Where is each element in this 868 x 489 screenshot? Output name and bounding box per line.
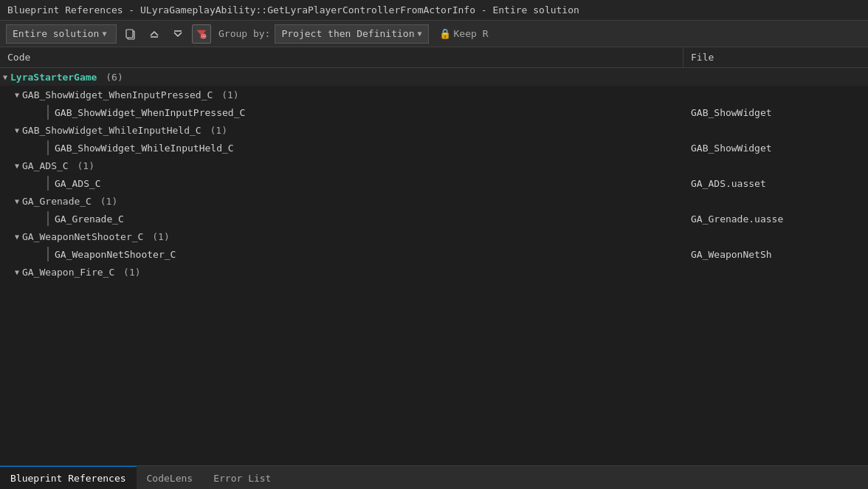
keep-right-area: 🔒 Keep R [439,28,489,39]
subgroup-count: (1) [146,231,169,242]
group-by-dropdown[interactable]: Project then Definition ▼ [275,24,428,44]
table-header: Code File [0,47,868,68]
tab-codelens-label: CodeLens [147,473,193,484]
table-row[interactable]: ▼ GAB_ShowWidget_WhenInputPressed_C (1) [0,86,868,103]
table-row[interactable]: ▼ GAB_ShowWidget_WhileInputHeld_C (1) [0,121,868,139]
subgroup-name: GAB_ShowWidget_WhenInputPressed_C [22,89,213,100]
item-name: GA_Grenade_C [55,213,124,225]
table-row[interactable]: GA_ADS_C GA_ADS.uasset [0,174,868,192]
filter-button[interactable] [192,24,211,44]
subgroup-count: (1) [94,196,117,207]
subgroup-count: (1) [117,267,140,278]
table-row[interactable]: ▼ GA_Weapon_Fire_C (1) [0,263,868,281]
col-file-label: File [691,52,714,63]
scope-dropdown-arrow: ▼ [102,30,106,38]
keep-right-label: Keep R [454,28,489,39]
title-text: Blueprint References - ULyraGameplayAbil… [7,4,579,16]
subgroup-name: GA_ADS_C [22,160,69,171]
tab-error-list-label: Error List [213,473,271,484]
table-row[interactable]: ▼ LyraStarterGame (6) [0,68,868,86]
col-code-label: Code [7,52,30,63]
item-name: GA_ADS_C [55,178,101,189]
row-file: GA_Grenade.uasse [683,213,868,225]
expand-triangle: ▼ [15,126,19,134]
scope-dropdown[interactable]: Entire solution ▼ [6,24,117,44]
filter-icon [196,28,207,40]
row-file: GA_WeaponNetSh [683,249,868,260]
subgroup-name: GA_Weapon_Fire_C [22,267,114,278]
lock-icon: 🔒 [439,28,451,39]
table-row[interactable]: ▼ GA_ADS_C (1) [0,157,868,174]
indent-bar [47,105,49,120]
row-file: GAB_ShowWidget [683,107,868,118]
tab-blueprint-references[interactable]: Blueprint References [0,466,137,489]
indent-bar [47,211,49,226]
copy-button[interactable] [121,24,140,44]
svg-rect-1 [126,30,133,38]
tab-error-list[interactable]: Error List [203,466,281,489]
collapse-button[interactable] [145,24,164,44]
subgroup-count: (1) [216,89,238,100]
col-code-header: Code [0,47,683,67]
expand-icon [172,28,184,40]
group-by-value: Project then Definition [281,28,414,39]
table-row[interactable]: ▼ GA_WeaponNetShooter_C (1) [0,228,868,245]
subgroup-count: (1) [72,160,94,171]
expand-triangle: ▼ [3,73,7,81]
item-name: GAB_ShowWidget_WhileInputHeld_C [55,143,234,154]
tab-blueprint-references-label: Blueprint References [10,473,126,484]
tab-bar: Blueprint References CodeLens Error List [0,465,868,489]
indent-bar [47,247,49,261]
col-file-header: File [683,47,868,67]
indent-bar [47,176,49,191]
subgroup-count: (1) [204,125,227,136]
tab-codelens[interactable]: CodeLens [137,466,204,489]
group-by-arrow: ▼ [417,30,421,38]
title-bar: Blueprint References - ULyraGameplayAbil… [0,0,868,21]
group-name: LyraStarterGame [10,72,97,83]
expand-triangle: ▼ [15,233,19,241]
collapse-icon [148,28,160,40]
expand-triangle: ▼ [15,197,19,205]
expand-triangle: ▼ [15,268,19,276]
item-name: GAB_ShowWidget_WhenInputPressed_C [55,107,245,118]
toolbar: Entire solution ▼ Group by: Project then… [0,21,868,47]
row-file: GA_ADS.uasset [683,178,868,189]
group-by-label: Group by: [218,28,270,39]
expand-button[interactable] [168,24,187,44]
table-row[interactable]: GA_Grenade_C GA_Grenade.uasse [0,210,868,228]
subgroup-name: GA_WeaponNetShooter_C [22,231,143,242]
table-row[interactable]: ▼ GA_Grenade_C (1) [0,192,868,210]
group-count: (6) [100,72,123,83]
expand-triangle: ▼ [15,91,19,99]
table-row[interactable]: GAB_ShowWidget_WhenInputPressed_C GAB_Sh… [0,103,868,121]
expand-triangle: ▼ [15,162,19,170]
copy-icon [125,28,137,40]
row-file: GAB_ShowWidget [683,143,868,154]
content-area[interactable]: ▼ LyraStarterGame (6) ▼ GAB_ShowWidget_W… [0,68,868,281]
table-row[interactable]: GAB_ShowWidget_WhileInputHeld_C GAB_Show… [0,139,868,157]
scope-value: Entire solution [13,28,99,39]
item-name: GA_WeaponNetShooter_C [55,249,176,260]
subgroup-name: GAB_ShowWidget_WhileInputHeld_C [22,125,202,136]
table-row[interactable]: GA_WeaponNetShooter_C GA_WeaponNetSh [0,245,868,263]
subgroup-name: GA_Grenade_C [22,196,92,207]
indent-bar [47,140,49,155]
